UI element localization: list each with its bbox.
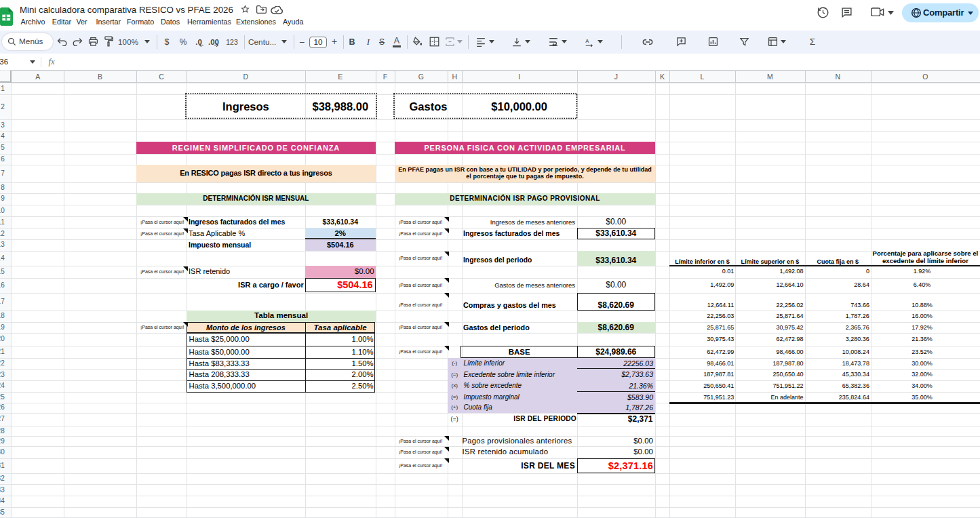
svg-text:A: A — [585, 38, 589, 44]
